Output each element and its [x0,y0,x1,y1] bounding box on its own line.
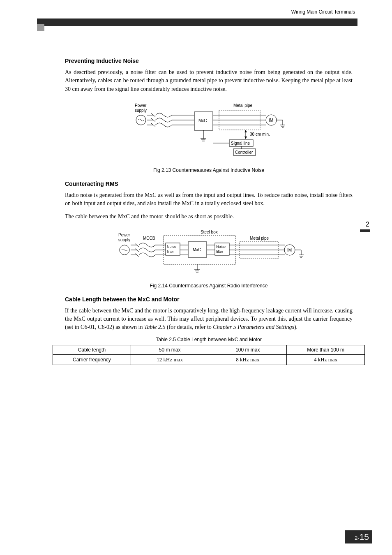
header-bar [37,18,357,26]
main-content: Preventing Inductive Noise As described … [65,58,353,365]
label-power-1: Power [135,103,147,108]
label-controller: Controller [235,150,253,155]
section-2-p2: The cable between the MxC and the motor … [65,213,353,221]
label-nf1b: filter [167,250,174,254]
cell-r2c3: 8 kHz max [209,354,287,365]
cell-r1c4: More than 100 m [287,345,365,354]
label-distance: 30 cm min. [250,132,270,136]
section-title-2: Counteracting RMS [65,180,353,187]
header-tab [37,24,44,31]
figure-2-13-caption: Fig 2.13 Countermeasures Against Inducti… [65,167,353,173]
label-nf2a: Noise [216,245,226,249]
s3-p1-e: ). [294,324,297,330]
label-im-2: IM [287,248,292,252]
label-metal-pipe: Metal pipe [233,103,253,108]
s3-p1-c: (for details, refer to [166,324,213,330]
side-bar [360,229,370,232]
cell-r1c2: 50 m max [131,345,209,354]
section-title-3: Cable Length between the MxC and Motor [65,296,353,303]
section-1-paragraph: As described previously, a noise filter … [65,68,353,93]
cell-r2c2: 12 kHz max [131,354,209,365]
label-mccb: MCCB [143,236,155,240]
cell-r2c4: 4 kHz max [287,354,365,365]
page-num: 15 [360,532,369,541]
section-title-1: Preventing Inductive Noise [65,58,353,64]
cell-r1c3: 100 m max [209,345,287,354]
table-row: Carrier frequency 12 kHz max 8 kHz max 4… [53,354,365,365]
table-2-5: Cable length 50 m max 100 m max More tha… [53,345,365,365]
label-signal: Signal line [231,141,250,146]
label-metal-pipe-2: Metal pipe [250,236,269,240]
s3-p1-d: Chapter 5 Parameters and Settings [213,324,294,330]
label-power-2: supply [135,108,147,113]
table-2-5-caption: Table 2.5 Cable Length between MxC and M… [65,337,353,342]
figure-2-13-diagram: Power supply MxC Metal pipe IM [122,99,295,161]
figure-2-14-caption: Fig 2.14 Countermeasures Against Radio I… [65,283,353,289]
label-nf1a: Noise [167,245,176,249]
s3-p1-b: Table 2.5 [144,324,166,330]
label-nf2b: filter [216,250,223,254]
label-steel-box: Steel box [201,230,218,234]
label-mxc-2: MxC [193,247,201,252]
cell-r1c1: Cable length [53,345,131,354]
label-im: IM [269,118,273,123]
table-row: Cable length 50 m max 100 m max More tha… [53,345,365,354]
section-2-p1: Radio noise is generated from the MxC as… [65,191,353,208]
page-number: 2-15 [345,530,372,543]
cell-r2c1: Carrier frequency [53,354,131,365]
side-chapter-number: 2 [366,221,369,228]
label-mxc: MxC [198,118,207,123]
label-power-1b: Power [118,233,130,237]
label-power-2b: supply [118,238,130,242]
section-3-p1: If the cable between the MxC and the mot… [65,307,353,332]
figure-2-14-diagram: Power supply MCCB Steel box Noise filter… [106,227,311,277]
header-section: Wiring Main Circuit Terminals [291,9,355,15]
svg-marker-22 [244,130,247,132]
svg-marker-23 [244,136,247,139]
page-prefix: 2- [355,535,360,541]
